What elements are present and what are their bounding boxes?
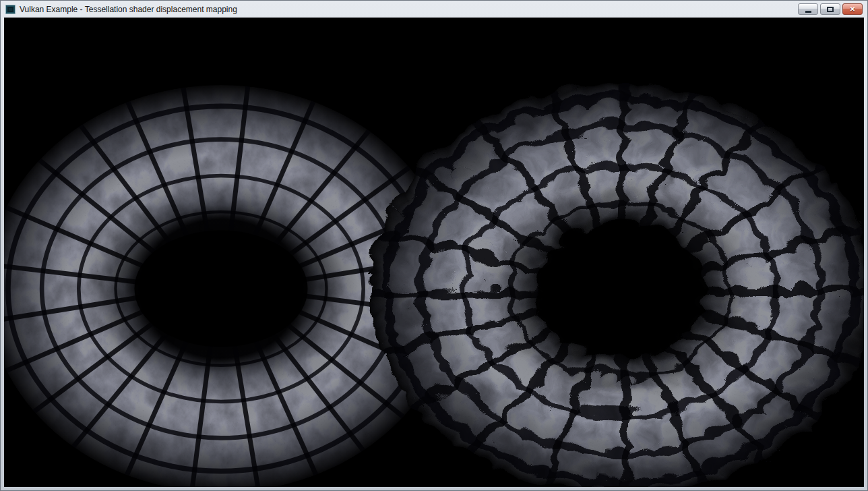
render-viewport[interactable] bbox=[4, 18, 864, 487]
window-title: Vulkan Example - Tessellation shader dis… bbox=[20, 5, 237, 14]
minimize-icon bbox=[805, 11, 811, 13]
vulkan-render-canvas bbox=[4, 18, 864, 487]
window-controls: ✕ bbox=[798, 3, 863, 15]
close-button[interactable]: ✕ bbox=[842, 3, 863, 15]
minimize-button[interactable] bbox=[798, 3, 818, 15]
maximize-icon bbox=[827, 7, 834, 12]
close-icon: ✕ bbox=[850, 6, 855, 13]
app-icon[interactable] bbox=[5, 5, 16, 14]
app-window: Vulkan Example - Tessellation shader dis… bbox=[0, 0, 868, 491]
maximize-button[interactable] bbox=[820, 3, 840, 15]
title-bar[interactable]: Vulkan Example - Tessellation shader dis… bbox=[4, 1, 864, 18]
